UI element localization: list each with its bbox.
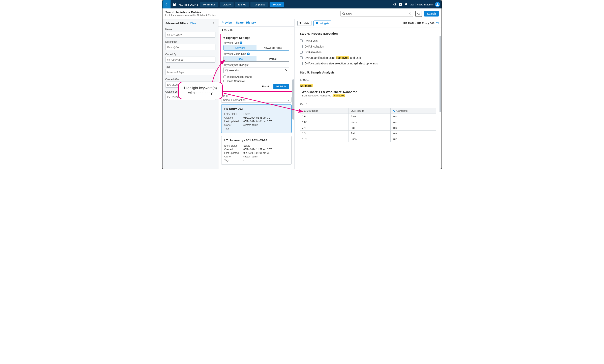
- svg-line-11: [227, 71, 228, 72]
- tab-preview[interactable]: Preview: [222, 21, 232, 26]
- help-icon[interactable]: ?: [239, 41, 242, 44]
- card-meta-row: Entry StatusEdited: [224, 144, 289, 148]
- include-accent-label: Include Accent Marks: [227, 75, 252, 78]
- checkbox[interactable]: [300, 62, 302, 65]
- help-icon[interactable]: ?: [247, 52, 250, 55]
- step5-heading: Step 5: Sample Analysis: [300, 71, 436, 74]
- owned-by-field[interactable]: [165, 57, 215, 63]
- keyword-type-segment[interactable]: Keyword Keywords Array: [224, 45, 289, 50]
- search-button[interactable]: Search: [424, 11, 439, 16]
- clear-search-icon[interactable]: ✕: [408, 12, 411, 15]
- case-sensitive-label: Case Sensitive: [227, 79, 245, 83]
- checkbox[interactable]: [300, 56, 302, 59]
- sort-placeholder: Select a sort option: [223, 99, 245, 101]
- back-button[interactable]: [163, 0, 171, 8]
- svg-point-10: [226, 69, 227, 71]
- include-accent-checkbox[interactable]: [224, 75, 226, 78]
- checkbox[interactable]: [300, 45, 302, 48]
- table-row: 1.4Failtrue: [300, 125, 436, 131]
- user-tag: esp: [410, 3, 416, 6]
- keyword-match-type-label: Keyword Match Type: [224, 52, 246, 55]
- nav-templates[interactable]: Templates: [251, 2, 268, 7]
- checkbox[interactable]: [300, 39, 302, 42]
- exact-option[interactable]: Exact: [224, 56, 256, 62]
- clear-filters-link[interactable]: Clear: [190, 22, 197, 25]
- table-header: QC Results: [349, 108, 390, 114]
- checkbox[interactable]: [300, 51, 302, 53]
- chevron-down-icon: ⌄: [288, 99, 290, 101]
- results-count: 4 Results: [218, 26, 294, 34]
- results-list: PE Entry 003Entry StatusEditedCreated05/…: [218, 104, 294, 169]
- keyword-option[interactable]: Keyword: [224, 45, 256, 50]
- main-search-box[interactable]: ✕: [340, 11, 413, 17]
- collapse-sidebar-icon[interactable]: [212, 21, 215, 25]
- tags-field[interactable]: [165, 69, 215, 75]
- checklist-text: DNA incubation: [305, 45, 324, 48]
- card-meta-row: Created05/24/2024 11:57 am CDT: [224, 148, 289, 151]
- case-sensitive-checkbox[interactable]: [224, 80, 226, 82]
- nav-library[interactable]: Library: [220, 2, 234, 7]
- description-field[interactable]: [165, 44, 215, 50]
- reset-button[interactable]: Reset: [259, 84, 272, 89]
- name-field[interactable]: [165, 32, 215, 38]
- case-toggle-button[interactable]: Aa: [415, 11, 422, 17]
- checklist-item: DNA quantification using NanoDrop and Qu…: [300, 56, 436, 59]
- scrollbar-thumb[interactable]: [292, 79, 294, 120]
- result-card[interactable]: L7 University - 001 2024-05-24Entry Stat…: [221, 136, 291, 165]
- svg-point-7: [342, 13, 344, 14]
- highlight-keyword-input[interactable]: [229, 69, 284, 72]
- results-column: Preview Search History 4 Results ▾ Highl…: [218, 19, 295, 169]
- search-header: Search Notebook Entries Look for a searc…: [163, 8, 441, 19]
- keyword-type-label: Keyword Type: [224, 41, 239, 44]
- text-icon: TT: [300, 22, 302, 25]
- bell-icon[interactable]: [404, 2, 408, 6]
- result-card[interactable]: PE Entry 003Entry StatusEditedCreated05/…: [221, 104, 291, 133]
- checklist-item: DNA Lysis: [300, 39, 436, 42]
- description-label: Description: [165, 40, 215, 43]
- search-icon: [225, 69, 228, 72]
- brand-title: NOTEBOOKS: [179, 3, 199, 6]
- checklist-text: DNA isolation: [305, 50, 322, 54]
- card-meta-row: Created05/23/2024 02:36 pm CDT: [224, 116, 289, 120]
- search-icon[interactable]: [393, 2, 397, 6]
- advanced-filters-title: Advanced Filters: [165, 22, 188, 25]
- nav-entries[interactable]: Entries: [235, 2, 249, 7]
- nav-search[interactable]: Search: [270, 2, 283, 7]
- svg-rect-15: [317, 23, 318, 24]
- svg-rect-12: [316, 22, 317, 23]
- partial-option[interactable]: Partial: [256, 56, 289, 62]
- table-row: 1.66Passtrue: [300, 119, 436, 125]
- open-external-icon[interactable]: [436, 22, 439, 25]
- part-heading: Part 1: [300, 102, 436, 106]
- widgets-toggle[interactable]: Widgets: [314, 21, 331, 26]
- scrollbar-thumb[interactable]: [440, 36, 441, 112]
- app-logo-icon: [172, 2, 177, 7]
- highlight-button[interactable]: Highlight: [273, 84, 289, 89]
- user-name: system admin: [417, 3, 433, 6]
- card-title: L7 University - 001 2024-05-24: [224, 138, 289, 142]
- nav-my-entries[interactable]: My Entries: [200, 2, 218, 7]
- chevron-down-icon[interactable]: ▾: [224, 36, 225, 39]
- table-row: 1.3Failtrue: [300, 131, 436, 136]
- keywords-array-option[interactable]: Keywords Array: [256, 45, 289, 50]
- card-meta-row: Tags-: [224, 127, 289, 130]
- meta-toggle[interactable]: TT Meta: [297, 21, 312, 26]
- clear-highlight-icon[interactable]: ✕: [285, 68, 288, 72]
- highlighted-nanodrop: Nanodrop: [300, 84, 313, 87]
- sort-select[interactable]: Select a sort option ⌄: [221, 97, 291, 103]
- main-search-input[interactable]: [346, 12, 407, 15]
- match-type-segment[interactable]: Exact Partial: [224, 56, 289, 62]
- svg-rect-13: [317, 22, 318, 23]
- widgets-icon: [316, 22, 318, 25]
- worksheet-heading: Worksheet: ELN Worksheet: Nanodrop: [302, 90, 436, 94]
- annotation-bubble: Highlight keyword(s) within the entry: [178, 82, 223, 99]
- highlight-input-wrapper: ✕: [224, 67, 289, 73]
- page-title: Search Notebook Entries: [165, 11, 338, 14]
- sort-by-label: Sort by: [221, 95, 291, 97]
- svg-line-8: [344, 14, 345, 15]
- avatar[interactable]: [435, 2, 440, 7]
- tab-search-history[interactable]: Search History: [236, 21, 256, 26]
- help-icon[interactable]: ?: [398, 2, 403, 6]
- svg-point-6: [437, 3, 438, 5]
- table-header: Complete: [390, 108, 436, 114]
